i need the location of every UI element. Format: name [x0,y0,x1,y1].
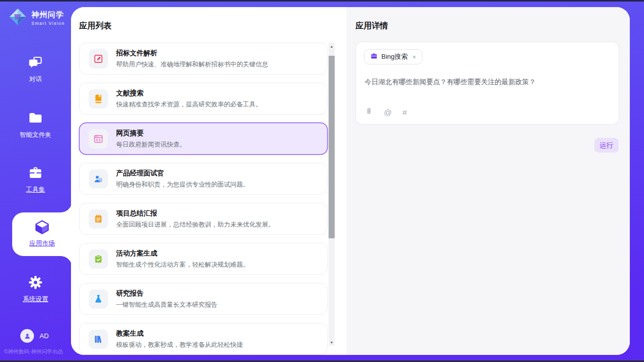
brand-subtitle: Smart Vision [31,21,65,26]
app-card-literature-search[interactable]: 文献搜索 快速精准查找学术资源，提高研究效率的必备工具。 [79,83,328,115]
app-card-desc: 全面回顾项目进展，总结经验教训，助力未来优化发展。 [116,221,275,229]
brand-logo: 神州问学 Smart Vision [8,7,65,28]
app-window: 神州问学 Smart Vision 对话 智能文件夹 [0,0,644,362]
app-list-title: 应用列表 [79,21,112,31]
prompt-input[interactable]: 今日湖北有哪些新闻要点？有哪些需要关注的最新政策？ [365,78,608,87]
tool-tag-bing-search[interactable]: Bing搜索 × [364,49,422,64]
tool-tag-label: Bing搜索 [381,52,408,61]
app-card-title: 文献搜索 [116,89,262,98]
sidebar-item-settings[interactable]: 系统设置 [0,275,71,304]
sidebar-item-label: 系统设置 [0,295,71,304]
briefcase-icon [370,52,378,62]
sidebar-item-toolset[interactable]: 工具集 [0,165,71,194]
prompt-composer-card: Bing搜索 × 今日湖北有哪些新闻要点？有哪些需要关注的最新政策？ @ # [355,42,619,125]
app-card-tender-parse[interactable]: 招标文件解析 帮助用户快速、准确地理解和解析招标书中的关键信息 [79,43,328,75]
app-card-title: 活动方案生成 [116,249,249,258]
research-flask-icon [89,289,108,309]
app-card-pm-interviewer[interactable]: 产品经理面试官 明确身份和职责，为您提供专业性的面试问题。 [79,163,328,195]
brand-name: 神州问学 [31,10,64,19]
app-card-webpage-summary-selected[interactable]: 网页摘要 每日政府新闻资讯快查。 [79,123,328,155]
chat-icon [28,63,43,71]
scrollbar-up-button[interactable]: ▲ [329,43,335,50]
app-card-desc: 模板驱动，教案秒成，教学准备从此轻松快捷 [116,341,243,349]
app-list-scrollbar[interactable]: ▲ ▼ [329,43,335,346]
sidebar-item-label: 工具集 [0,186,71,194]
clipboard-check-icon [89,249,108,269]
app-card-lesson-plan[interactable]: 教案生成 模板驱动，教案秒成，教学准备从此轻松快捷 [79,323,328,355]
sidebar: 神州问学 Smart Vision 对话 智能文件夹 [0,0,71,362]
app-card-project-summary[interactable]: 项目总结汇报 全面回顾项目进展，总结经验教训，助力未来优化发展。 [79,203,328,235]
paperclip-icon[interactable] [365,107,373,118]
sidebar-item-label: 对话 [0,75,71,84]
user-account-button[interactable]: AD [20,329,49,343]
app-card-title: 网页摘要 [116,129,186,138]
books-icon [89,330,108,349]
hash-icon[interactable]: # [403,108,407,117]
app-card-title: 项目总结汇报 [116,209,275,218]
folder-icon [28,119,43,127]
sidebar-item-app-market-active[interactable]: 应用市场 [12,212,72,256]
scrollbar-thumb[interactable] [329,56,335,238]
cube-icon [34,228,50,237]
app-card-title: 研究报告 [116,289,218,298]
app-card-title: 教案生成 [116,329,243,338]
app-card-title: 产品经理面试官 [116,169,249,178]
tool-tag-close-icon[interactable]: × [412,53,416,61]
app-card-research-report[interactable]: 研究报告 一键智能生成高质量长文本研究报告 [79,283,328,315]
app-card-desc: 一键智能生成高质量长文本研究报告 [116,301,218,309]
book-icon [89,89,108,108]
mention-at-icon[interactable]: @ [384,108,392,117]
app-card-desc: 帮助用户快速、准确地理解和解析招标书中的关键信息 [116,60,268,69]
top-edge-strip [0,0,644,2]
app-card-list: 招标文件解析 帮助用户快速、准确地理解和解析招标书中的关键信息 文献搜索 [79,43,328,355]
sidebar-item-label: 应用市场 [12,239,72,248]
app-detail-title: 应用详情 [355,21,388,31]
scrollbar-down-button[interactable]: ▼ [329,339,335,346]
edit-document-icon [89,49,108,68]
app-card-activity-plan[interactable]: 活动方案生成 智能生成个性化活动方案，轻松解决规划难题。 [79,243,328,275]
sidebar-item-label: 智能文件夹 [0,131,71,139]
notepad-icon [89,209,108,229]
run-button[interactable]: 运行 [594,138,619,153]
app-detail-panel: 应用详情 Bing搜索 × 今日湖北有哪些新闻要点？有哪些需要关注的最新政策？ [346,7,630,355]
composer-toolbar: @ # [365,107,407,118]
app-list-panel: 应用列表 招标文件解析 帮助用户快速、准确地理解和解析招标书中的关键信息 [71,7,346,355]
gear-icon [28,283,43,292]
brand-text: 神州问学 Smart Vision [31,10,65,26]
app-card-title: 招标文件解析 [116,49,268,58]
avatar [20,329,34,343]
copyright-text: ©神州数码·神州问学出品 [4,348,63,355]
interviewer-person-icon [89,169,108,189]
user-name: AD [40,332,49,340]
webpage-code-icon [89,129,108,149]
app-card-desc: 快速精准查找学术资源，提高研究效率的必备工具。 [116,100,262,109]
sidebar-item-smart-folder[interactable]: 智能文件夹 [0,111,71,139]
brand-diamond-icon [8,7,27,28]
app-card-desc: 明确身份和职责，为您提供专业性的面试问题。 [116,180,249,189]
app-card-desc: 智能生成个性化活动方案，轻松解决规划难题。 [116,261,249,269]
main-panel: 应用列表 招标文件解析 帮助用户快速、准确地理解和解析招标书中的关键信息 [71,7,630,355]
app-card-desc: 每日政府新闻资讯快查。 [116,140,186,149]
toolbox-icon [28,173,43,182]
sidebar-item-chat[interactable]: 对话 [0,55,71,84]
